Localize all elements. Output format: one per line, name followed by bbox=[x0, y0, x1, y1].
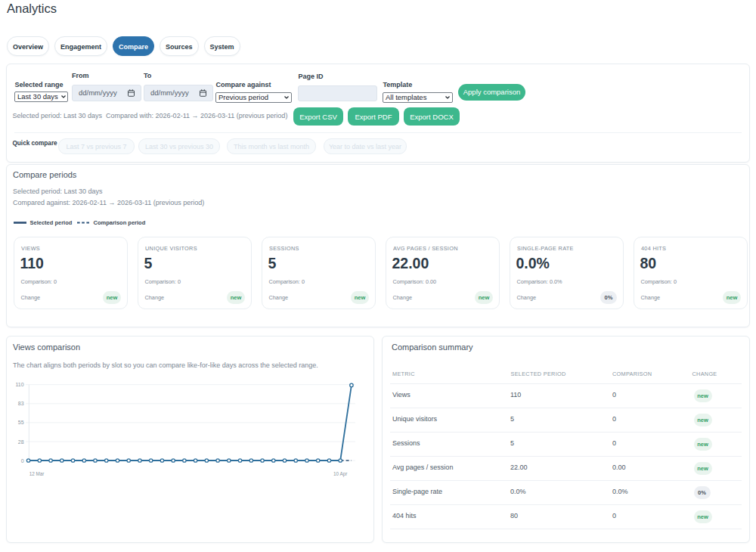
svg-text:55: 55 bbox=[18, 420, 24, 425]
svg-text:0: 0 bbox=[21, 458, 24, 464]
svg-text:83: 83 bbox=[18, 401, 24, 406]
svg-text:28: 28 bbox=[18, 439, 24, 445]
svg-text:110: 110 bbox=[15, 382, 23, 387]
svg-text:12 Mar: 12 Mar bbox=[29, 471, 45, 476]
svg-text:Comparison period: Comparison period bbox=[94, 219, 146, 226]
svg-text:Selected period: Selected period bbox=[30, 219, 73, 226]
svg-text:10 Apr: 10 Apr bbox=[333, 471, 347, 477]
